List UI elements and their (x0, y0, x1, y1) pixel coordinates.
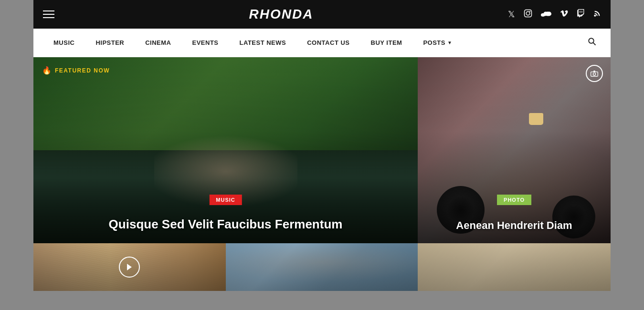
nav-item-events[interactable]: EVENTS (182, 29, 229, 57)
bottom-cell-3-overlay (418, 243, 611, 291)
twitter-icon[interactable]: 𝕏 (508, 9, 515, 20)
play-button[interactable] (119, 257, 140, 278)
side-category-badge: PHOTO (497, 195, 531, 205)
featured-label: FEATURED NOW (55, 67, 110, 74)
content-grid: 🔥 FEATURED NOW MUSIC Quisque Sed Velit F… (33, 57, 611, 291)
nav-item-cinema[interactable]: CINEMA (135, 29, 181, 57)
main-feature-title: Quisque Sed Velit Faucibus Fermentum (33, 217, 418, 232)
svg-point-1 (526, 11, 530, 15)
nav-item-buy-item[interactable]: BUY ITEM (360, 29, 413, 57)
svg-point-2 (529, 10, 530, 11)
search-button[interactable] (583, 37, 601, 48)
svg-rect-0 (524, 10, 531, 17)
site-logo[interactable]: RHONDA (249, 7, 314, 22)
soundcloud-icon[interactable] (541, 10, 551, 20)
top-bar: RHONDA 𝕏 (33, 0, 611, 29)
vimeo-icon[interactable] (560, 9, 569, 20)
main-category-badge: MUSIC (209, 195, 242, 205)
feature-side[interactable]: PHOTO Aenean Hendrerit Diam (418, 57, 611, 243)
nav-item-hipster[interactable]: HIPSTER (85, 29, 135, 57)
bottom-cell-3[interactable] (418, 243, 611, 291)
bottom-cell-2[interactable] (226, 243, 418, 291)
hamburger-line-2 (43, 14, 54, 15)
svg-point-6 (594, 14, 596, 16)
fire-icon: 🔥 (42, 66, 52, 75)
svg-point-10 (593, 73, 595, 75)
rss-icon[interactable] (593, 10, 601, 20)
inner-wrapper: RHONDA 𝕏 (33, 0, 611, 310)
svg-point-7 (589, 38, 594, 43)
hamburger-line-1 (43, 10, 54, 11)
nav-item-latest-news[interactable]: LATEST NEWS (229, 29, 297, 57)
site-container: RHONDA 𝕏 (33, 0, 611, 291)
side-feature-title: Aenean Hendrerit Diam (418, 219, 611, 232)
feature-main[interactable]: 🔥 FEATURED NOW MUSIC Quisque Sed Velit F… (33, 57, 418, 243)
bottom-cell-2-overlay (226, 243, 418, 291)
camera-icon[interactable] (586, 65, 603, 82)
bottom-duo (33, 243, 418, 291)
page-wrapper: RHONDA 𝕏 (0, 0, 644, 310)
hamburger-menu[interactable] (43, 10, 54, 18)
feature-side-overlay (418, 57, 611, 243)
featured-badge: 🔥 FEATURED NOW (42, 66, 110, 75)
social-icons-bar: 𝕏 (508, 9, 601, 20)
twitch-icon[interactable] (577, 9, 585, 20)
svg-line-8 (593, 43, 596, 45)
bottom-cell-1[interactable] (33, 243, 226, 291)
nav-item-posts[interactable]: POSTS ▼ (412, 29, 463, 57)
svg-marker-11 (127, 264, 132, 270)
nav-item-music[interactable]: MUSIC (43, 29, 85, 57)
hamburger-line-3 (43, 17, 54, 18)
main-nav: MUSIC HIPSTER CINEMA EVENTS LATEST NEWS … (33, 29, 611, 57)
nav-item-contact-us[interactable]: CONTACT US (296, 29, 360, 57)
feature-main-overlay (33, 57, 418, 243)
posts-dropdown-arrow: ▼ (447, 40, 452, 45)
svg-rect-5 (545, 11, 551, 16)
instagram-icon[interactable] (524, 9, 532, 20)
